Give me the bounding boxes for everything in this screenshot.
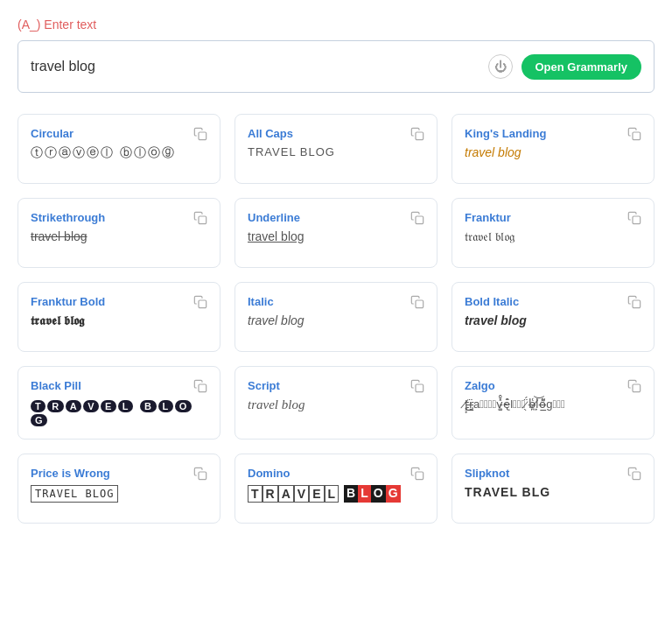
svg-rect-11 — [633, 384, 640, 392]
copy-button-italic[interactable] — [407, 292, 428, 313]
open-grammarly-button[interactable]: Open Grammarly — [522, 54, 642, 80]
card-title-kings-landing: King's Landing — [465, 127, 641, 140]
copy-button-strikethrough[interactable] — [190, 207, 211, 229]
card-content-underline: travel blog — [248, 229, 424, 243]
card-domino: DominoTRAVELBLOG — [234, 454, 438, 524]
svg-rect-8 — [633, 300, 640, 308]
copy-button-fraktur-bold[interactable] — [190, 292, 211, 313]
svg-rect-3 — [199, 216, 206, 224]
svg-rect-12 — [199, 472, 206, 480]
card-slipknot: SlipknotTRAVEL BLG — [452, 454, 654, 524]
copy-button-slipknot[interactable] — [624, 463, 645, 484]
input-area: travel blog ⏻ Open Grammarly — [18, 40, 654, 93]
card-content-strikethrough: travel blog — [31, 229, 207, 243]
copy-button-price-is-wrong[interactable] — [190, 463, 211, 484]
card-bold-italic: Bold Italictravel blog — [452, 282, 654, 352]
card-underline: Underlinetravel blog — [234, 198, 438, 268]
card-title-italic: Italic — [248, 295, 424, 308]
card-zalgo: Zalgot̸̢͓͎r̶̡̲͎̈a̴͔͑̚v̵͚̽̊e̴̢͒l̷͖̈ ̷̖̈́b… — [452, 366, 654, 440]
card-title-strikethrough: Strikethrough — [31, 211, 207, 224]
copy-button-underline[interactable] — [407, 207, 428, 229]
card-title-underline: Underline — [248, 211, 424, 224]
card-content-domino: TRAVELBLOG — [248, 485, 424, 503]
card-content-italic: travel blog — [248, 313, 424, 327]
header-label: (A_) Enter text — [18, 18, 654, 32]
card-content-all-caps: TRAVEL BLOG — [248, 145, 424, 158]
card-title-bold-italic: Bold Italic — [465, 295, 641, 308]
copy-button-script[interactable] — [407, 376, 428, 397]
copy-button-circular[interactable] — [190, 123, 211, 144]
card-content-circular: ⓣⓡⓐⓥⓔⓛ ⓑⓛⓞⓖ — [31, 145, 207, 161]
card-title-price-is-wrong: Price is Wrong — [31, 467, 207, 480]
copy-button-all-caps[interactable] — [407, 123, 428, 144]
copy-button-black-pill[interactable] — [190, 376, 211, 397]
card-title-black-pill: Black Pill — [31, 379, 207, 392]
card-content-fraktur: 𝔱𝔯𝔞𝔳𝔢𝔩 𝔟𝔩𝔬𝔤 — [465, 229, 641, 244]
card-content-slipknot: TRAVEL BLG — [465, 485, 641, 499]
card-all-caps: All CapsTRAVEL BLOG — [234, 114, 438, 184]
card-title-zalgo: Zalgo — [465, 379, 641, 392]
card-title-fraktur-bold: Franktur Bold — [31, 295, 207, 308]
svg-rect-13 — [416, 472, 424, 480]
copy-button-domino[interactable] — [407, 463, 428, 484]
copy-button-kings-landing[interactable] — [624, 123, 645, 144]
svg-rect-0 — [199, 132, 206, 140]
header-text: (A_) Enter text — [18, 18, 96, 32]
card-black-pill: Black PillTRAVEL BLOG — [18, 366, 220, 440]
card-title-script: Script — [248, 379, 424, 392]
svg-rect-9 — [199, 384, 206, 392]
svg-rect-10 — [416, 384, 424, 392]
svg-rect-7 — [416, 300, 424, 308]
card-title-all-caps: All Caps — [248, 127, 424, 140]
copy-button-bold-italic[interactable] — [624, 292, 645, 313]
copy-button-zalgo[interactable] — [624, 376, 645, 397]
input-controls: ⏻ Open Grammarly — [488, 54, 642, 80]
svg-rect-4 — [416, 216, 424, 224]
card-content-kings-landing: travel blog — [465, 145, 641, 159]
card-title-circular: Circular — [31, 127, 207, 140]
power-icon[interactable]: ⏻ — [488, 54, 513, 79]
svg-rect-1 — [416, 132, 424, 140]
copy-button-fraktur[interactable] — [624, 207, 645, 229]
svg-rect-6 — [199, 300, 206, 308]
card-content-black-pill: TRAVEL BLOG — [31, 397, 207, 426]
card-content-zalgo: t̸̢͓͎r̶̡̲͎̈a̴͔͑̚v̵͚̽̊e̴̢͒l̷͖̈ ̷̖̈́b̶̪͑l̸… — [465, 397, 641, 411]
card-kings-landing: King's Landingtravel blog — [452, 114, 654, 184]
card-content-bold-italic: travel blog — [465, 313, 641, 327]
card-content-price-is-wrong: TRAVEL BLOG — [31, 485, 207, 503]
card-content-script: travel blog — [248, 397, 424, 412]
card-script: Scripttravel blog — [234, 366, 438, 440]
svg-rect-2 — [633, 132, 640, 140]
card-title-domino: Domino — [248, 467, 424, 480]
input-text[interactable]: travel blog — [31, 59, 488, 74]
card-italic: Italictravel blog — [234, 282, 438, 352]
card-fraktur: Franktur𝔱𝔯𝔞𝔳𝔢𝔩 𝔟𝔩𝔬𝔤 — [452, 198, 654, 268]
card-fraktur-bold: Franktur Bold𝖙𝖗𝖆𝖛𝖊𝖑 𝖇𝖑𝖔𝖌 — [18, 282, 220, 352]
card-content-fraktur-bold: 𝖙𝖗𝖆𝖛𝖊𝖑 𝖇𝖑𝖔𝖌 — [31, 313, 207, 328]
card-strikethrough: Strikethroughtravel blog — [18, 198, 220, 268]
styles-grid: Circularⓣⓡⓐⓥⓔⓛ ⓑⓛⓞⓖAll CapsTRAVEL BLOGKi… — [18, 114, 654, 524]
svg-rect-14 — [633, 472, 640, 480]
card-title-fraktur: Franktur — [465, 211, 641, 224]
card-title-slipknot: Slipknot — [465, 467, 641, 480]
card-price-is-wrong: Price is WrongTRAVEL BLOG — [18, 454, 220, 524]
card-circular: Circularⓣⓡⓐⓥⓔⓛ ⓑⓛⓞⓖ — [18, 114, 220, 184]
svg-rect-5 — [633, 216, 640, 224]
